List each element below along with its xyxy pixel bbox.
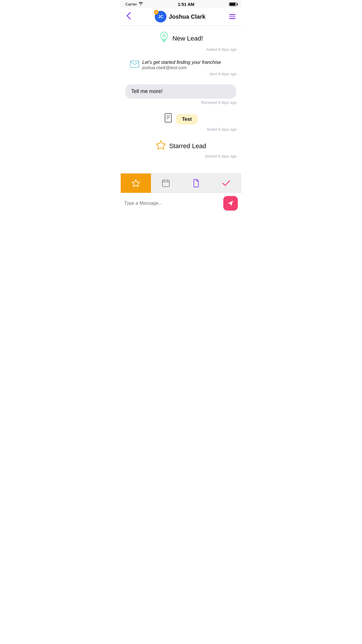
activity-feed: New Lead! Added 8 days ago Let's get sta… xyxy=(121,26,241,173)
message-bar xyxy=(121,193,241,215)
carrier-text: Carrier xyxy=(125,2,137,6)
document-tab-button[interactable] xyxy=(181,174,211,193)
starred-label: Starred Lead xyxy=(169,142,206,150)
lightbulb-icon xyxy=(159,32,169,46)
avatar-initials: JC xyxy=(158,14,163,19)
note-timestamp: Noted 6 days ago xyxy=(125,127,237,132)
email-address: joshua.clark@test.com xyxy=(142,65,221,70)
new-lead-main: New Lead! xyxy=(125,32,237,46)
star-badge-icon: ★ xyxy=(155,11,157,14)
email-content: Let's get started finding your franchise… xyxy=(142,60,221,70)
wifi-icon xyxy=(138,2,143,6)
new-lead-activity: New Lead! Added 8 days ago xyxy=(125,32,237,52)
reply-bubble: Tell me more! xyxy=(125,84,236,99)
note-label: Test xyxy=(176,114,198,125)
menu-button[interactable] xyxy=(228,13,237,20)
note-activity: Test Noted 6 days ago xyxy=(125,113,237,132)
check-tab-button[interactable] xyxy=(211,174,242,193)
contact-name: Joshua Clark xyxy=(169,13,205,20)
starred-activity: Starred Lead Starred 6 days ago xyxy=(125,140,237,158)
new-lead-label: New Lead! xyxy=(172,35,203,42)
reply-text: Tell me more! xyxy=(131,88,163,94)
send-button[interactable] xyxy=(223,196,238,211)
note-main: Test xyxy=(125,113,237,125)
header: JC ★ Joshua Clark xyxy=(121,8,241,26)
starred-timestamp: Starred 6 days ago xyxy=(125,154,237,158)
status-bar: Carrier 1:51 AM xyxy=(121,0,241,8)
reply-activity: Tell me more! Received 8 days ago xyxy=(125,84,237,105)
new-lead-timestamp: Added 8 days ago xyxy=(125,47,237,52)
star-tab-button[interactable] xyxy=(121,174,151,193)
svg-rect-5 xyxy=(165,113,171,122)
document-icon xyxy=(164,113,173,125)
svg-rect-1 xyxy=(163,41,166,42)
calendar-tab-button[interactable] xyxy=(151,174,181,193)
status-time: 1:51 AM xyxy=(178,2,194,7)
battery-fill xyxy=(230,3,236,6)
back-button[interactable] xyxy=(125,11,132,22)
envelope-icon xyxy=(130,61,139,70)
svg-rect-4 xyxy=(130,61,139,67)
menu-line-1 xyxy=(229,14,236,15)
header-center: JC ★ Joshua Clark xyxy=(155,11,205,22)
starred-main: Starred Lead xyxy=(125,140,237,152)
reply-timestamp: Received 8 days ago xyxy=(125,100,237,105)
svg-rect-0 xyxy=(162,40,166,41)
battery-icon xyxy=(229,2,237,6)
avatar-wrapper: JC ★ xyxy=(155,11,166,22)
bottom-toolbar xyxy=(121,173,241,193)
svg-rect-10 xyxy=(162,180,169,187)
carrier-label: Carrier xyxy=(125,2,143,6)
menu-line-3 xyxy=(229,18,236,19)
email-main: Let's get started finding your franchise… xyxy=(125,60,237,70)
email-subject: Let's get started finding your franchise xyxy=(142,60,221,65)
menu-line-2 xyxy=(229,16,236,17)
email-activity: Let's get started finding your franchise… xyxy=(125,60,237,76)
email-timestamp: Sent 8 days ago xyxy=(125,72,237,76)
star-outline-icon xyxy=(156,140,166,152)
message-input[interactable] xyxy=(124,198,220,208)
